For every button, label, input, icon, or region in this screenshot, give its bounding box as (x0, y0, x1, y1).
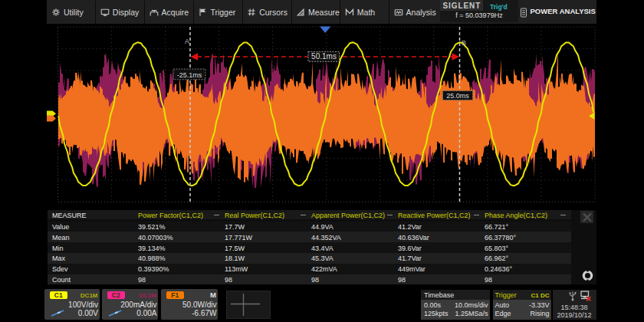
svg-text:-25.1ms: -25.1ms (177, 71, 202, 79)
svg-text:50.1ms: 50.1ms (311, 52, 337, 61)
svg-text:25.0ms: 25.0ms (446, 92, 469, 100)
svg-text:A: A (185, 38, 189, 45)
svg-text:B: B (462, 39, 466, 47)
